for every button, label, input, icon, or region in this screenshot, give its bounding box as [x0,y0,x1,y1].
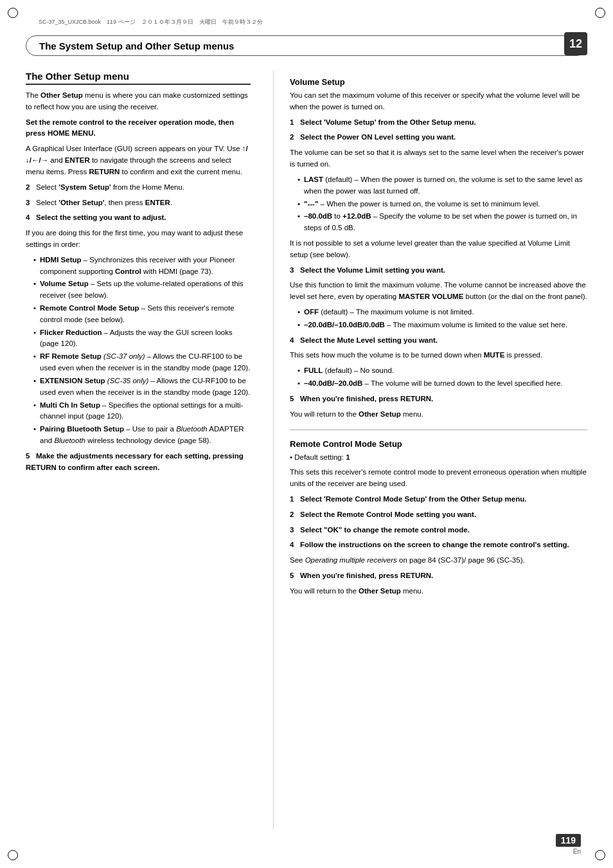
file-info: SC-37_35_UXJCB.book 119 ページ ２０１０年３月９日 火曜… [39,18,263,26]
footer-lang: En [556,848,581,855]
volume-step-5: 5 When you're finished, press RETURN. Yo… [290,393,587,420]
remote-step-4: 4 Follow the instructions on the screen … [290,539,587,566]
settings-list: HDMI Setup – Synchronizes this receiver … [26,255,251,447]
corner-mark-br [595,850,605,860]
footer: 119 En [556,834,581,855]
list-item: EXTENSION Setup (SC-35 only) – Allows th… [33,375,251,399]
header-bar: The System Setup and Other Setup menus [26,35,587,56]
list-item: RF Remote Setup (SC-37 only) – Allows th… [33,351,251,374]
remote-step-2: 2 Select the Remote Control Mode setting… [290,509,587,521]
section-divider [290,429,587,430]
list-item: –40.0dB/–20.0dB – The volume will be tur… [298,378,587,390]
list-item: OFF (default) – The maximum volume is no… [298,307,587,318]
left-column: The Other Setup menu The Other Setup men… [26,71,257,829]
step-4: 4 Select the setting you want to adjust.… [26,212,251,446]
corner-mark-bl [8,850,18,860]
list-item: "---" – When the power is turned on, the… [298,199,587,210]
list-item: Multi Ch In Setup – Specifies the option… [33,400,251,423]
list-item: Pairing Bluetooth Setup – Use to pair a … [33,424,251,447]
step-2: 2 Select 'System Setup' from the Home Me… [26,182,251,194]
list-item: Remote Control Mode Setup – Sets this re… [33,303,251,326]
left-intro: The Other Setup menu is where you can ma… [26,90,251,113]
step1-bold: Set the remote control to the receiver o… [26,118,234,138]
list-item: Volume Setup – Sets up the volume-relate… [33,278,251,302]
list-item: Flicker Reduction – Adjusts the way the … [33,327,251,350]
mute-bullets: FULL (default) – No sound. –40.0dB/–20.0… [290,365,587,390]
volume-setup-title: Volume Setup [290,77,587,87]
volume-step-4: 4 Select the Mute Level setting you want… [290,335,587,390]
corner-mark-tr [595,8,605,18]
page-title: The System Setup and Other Setup menus [39,41,234,51]
remote-step-1: 1 Select 'Remote Control Mode Setup' fro… [290,494,587,505]
step4-text: If you are doing this for the first time… [26,228,251,251]
right-column: Volume Setup You can set the maximum vol… [290,71,587,829]
remote-step-5: 5 When you're finished, press RETURN. Yo… [290,570,587,597]
power-on-bullets: LAST (default) – When the power is turne… [290,174,587,234]
step-1: Set the remote control to the receiver o… [26,117,251,178]
list-item: –80.0dB to +12.0dB – Specify the volume … [298,211,587,234]
list-item: HDMI Setup – Synchronizes this receiver … [33,255,251,278]
content-area: The Other Setup menu The Other Setup men… [26,71,587,829]
chapter-badge: 12 [564,32,587,55]
volume-step-2: 2 Select the Power ON Level setting you … [290,132,587,260]
volume-step-3: 3 Select the Volume Limit setting you wa… [290,265,587,331]
volume-step-1: 1 Select 'Volume Setup' from the Other S… [290,117,587,129]
step1-text: A Graphical User Interface (GUI) screen … [26,143,251,177]
remote-setup-title: Remote Control Mode Setup [290,439,587,449]
step-5-left: 5 Make the adjustments necessary for eac… [26,451,251,474]
left-section-title: The Other Setup menu [26,71,251,85]
list-item: –20.0dB/–10.0dB/0.0dB – The maximum volu… [298,320,587,331]
list-item: FULL (default) – No sound. [298,365,587,377]
volume-limit-bullets: OFF (default) – The maximum volume is no… [290,307,587,331]
remote-default: • Default setting: 1 [290,452,587,464]
list-item: LAST (default) – When the power is turne… [298,174,587,197]
corner-mark-tl [8,8,18,18]
remote-intro: This sets this receiver's remote control… [290,467,587,490]
remote-step-3: 3 Select "OK" to change the remote contr… [290,525,587,536]
volume-intro: You can set the maximum volume of this r… [290,90,587,113]
volume-note: It is not possible to set a volume level… [290,238,587,261]
column-divider [273,71,274,829]
page-number: 119 [556,834,581,847]
step-3: 3 Select 'Other Setup', then press ENTER… [26,197,251,209]
